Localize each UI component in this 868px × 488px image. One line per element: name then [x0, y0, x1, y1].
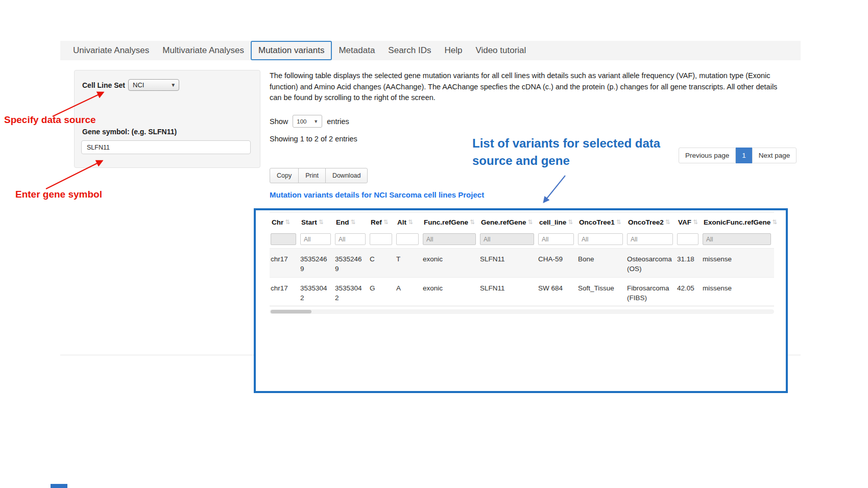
column-header-start[interactable]: Start⇅ — [299, 212, 334, 231]
column-header-ref[interactable]: Ref⇅ — [369, 212, 395, 231]
cell-gene-refgene: SLFN11 — [479, 278, 537, 306]
filter-start[interactable] — [300, 233, 331, 245]
cell-func-refgene: exonic — [422, 278, 479, 306]
tab-multivariate-analyses[interactable]: Multivariate Analyses — [156, 41, 251, 60]
sort-icon[interactable]: ⇅ — [568, 218, 573, 226]
cell-alt: A — [395, 278, 422, 306]
filter-func-refgene[interactable] — [423, 233, 476, 245]
previous-page-button[interactable]: Previous page — [679, 148, 736, 163]
cell-func-refgene: exonic — [422, 249, 479, 277]
cell-chr: chr17 — [270, 278, 299, 306]
sort-icon[interactable]: ⇅ — [772, 218, 777, 226]
show-label: Show — [270, 117, 288, 126]
filter-ref[interactable] — [370, 233, 392, 245]
cell-line-set-value: NCI — [133, 81, 144, 89]
filter-end[interactable] — [335, 233, 366, 245]
download-button[interactable]: Download — [325, 168, 368, 183]
gene-symbol-label: Gene symbol: (e.g. SLFN11) — [82, 128, 177, 136]
controls-panel: Cell Line Set NCI ▼ Gene symbol: (e.g. S… — [74, 70, 260, 168]
tab-video-tutorial[interactable]: Video tutorial — [469, 41, 533, 60]
cell-ref: G — [369, 278, 395, 306]
sort-icon[interactable]: ⇅ — [285, 218, 290, 226]
tab-univariate-analyses[interactable]: Univariate Analyses — [66, 41, 156, 60]
cell-exonicfunc-refgene: missense — [702, 249, 774, 277]
column-header-chr[interactable]: Chr⇅ — [270, 212, 299, 231]
next-page-button[interactable]: Next page — [752, 148, 797, 163]
column-label: ExonicFunc.refGene — [704, 218, 770, 226]
filter-alt[interactable] — [396, 233, 419, 245]
table-row[interactable]: chr17 35353042 35353042 G A exonic SLFN1… — [270, 277, 774, 306]
column-header-gene-refgene[interactable]: Gene.refGene⇅ — [479, 212, 537, 231]
sort-icon[interactable]: ⇅ — [665, 218, 670, 226]
sort-icon[interactable]: ⇅ — [408, 218, 413, 226]
filter-exonicfunc-refgene[interactable] — [703, 233, 771, 245]
scrollbar-thumb[interactable] — [271, 310, 311, 313]
cell-vaf: 42.05 — [676, 278, 702, 306]
column-label: Alt — [397, 218, 406, 226]
cell-vaf: 31.18 — [676, 249, 702, 277]
column-header-oncotree2[interactable]: OncoTree2⇅ — [626, 212, 676, 231]
sort-icon[interactable]: ⇅ — [470, 218, 475, 226]
print-button[interactable]: Print — [298, 168, 326, 183]
cell-end: 35353042 — [334, 278, 369, 306]
filter-chr[interactable] — [271, 233, 296, 245]
gene-symbol-input[interactable] — [81, 140, 251, 154]
filter-oncotree2[interactable] — [627, 233, 673, 245]
filter-vaf[interactable] — [677, 233, 698, 245]
column-label: End — [336, 218, 349, 226]
copy-button[interactable]: Copy — [270, 168, 299, 183]
cell-end: 35352469 — [334, 249, 369, 277]
filter-cell-line[interactable] — [538, 233, 574, 245]
tab-mutation-variants[interactable]: Mutation variants — [251, 41, 332, 60]
variants-table-frame: Chr⇅ Start⇅ End⇅ Ref⇅ Alt⇅ Func.refGene⇅… — [254, 208, 788, 393]
chevron-down-icon: ▼ — [171, 82, 176, 88]
column-header-alt[interactable]: Alt⇅ — [395, 212, 422, 231]
column-label: VAF — [678, 218, 691, 226]
entries-label: entries — [327, 117, 349, 126]
tab-help[interactable]: Help — [438, 41, 469, 60]
column-header-exonicfunc-refgene[interactable]: ExonicFunc.refGene⇅ — [702, 212, 774, 231]
column-header-oncotree1[interactable]: OncoTree1⇅ — [577, 212, 626, 231]
sort-icon[interactable]: ⇅ — [528, 218, 533, 226]
horizontal-scrollbar[interactable] — [270, 309, 774, 314]
column-header-cell-line[interactable]: cell_line⇅ — [537, 212, 577, 231]
sort-icon[interactable]: ⇅ — [351, 218, 356, 226]
annotation-variants-list: List of variants for selected data sourc… — [472, 135, 677, 169]
filter-gene-refgene[interactable] — [480, 233, 534, 245]
page-1-button[interactable]: 1 — [736, 148, 752, 163]
cell-oncotree1: Soft_Tissue — [577, 278, 626, 306]
column-label: cell_line — [539, 218, 566, 226]
table-row[interactable]: chr17 35352469 35352469 C T exonic SLFN1… — [270, 248, 774, 277]
column-label: Func.refGene — [424, 218, 468, 226]
cell-gene-refgene: SLFN11 — [479, 249, 537, 277]
variants-table: Chr⇅ Start⇅ End⇅ Ref⇅ Alt⇅ Func.refGene⇅… — [270, 212, 774, 306]
sort-icon[interactable]: ⇅ — [383, 218, 389, 226]
tab-metadata[interactable]: Metadata — [332, 41, 381, 60]
column-label: OncoTree2 — [628, 218, 664, 226]
page-length-value: 100 — [297, 118, 306, 125]
cell-line-set-label: Cell Line Set — [82, 81, 125, 89]
cell-cell-line: CHA-59 — [537, 249, 577, 277]
cell-ref: C — [369, 249, 395, 277]
page-length-select[interactable]: 100 ▼ — [293, 115, 322, 128]
arrow-variants-list — [544, 176, 565, 202]
sort-icon[interactable]: ⇅ — [319, 218, 324, 226]
column-header-end[interactable]: End⇅ — [334, 212, 369, 231]
column-header-vaf[interactable]: VAF⇅ — [676, 212, 702, 231]
table-header-row: Chr⇅ Start⇅ End⇅ Ref⇅ Alt⇅ Func.refGene⇅… — [270, 212, 774, 231]
pagination: Previous page 1 Next page — [679, 148, 797, 163]
table-title: Mutation variants details for NCI Sarcom… — [270, 190, 484, 199]
cell-oncotree2: Osteosarcoma (OS) — [626, 249, 676, 277]
cell-exonicfunc-refgene: missense — [702, 278, 774, 306]
top-navbar: Univariate Analyses Multivariate Analyse… — [60, 41, 801, 60]
column-label: Chr — [272, 218, 283, 226]
filter-oncotree1[interactable] — [578, 233, 623, 245]
tab-search-ids[interactable]: Search IDs — [381, 41, 438, 60]
cell-start: 35352469 — [299, 249, 334, 277]
sort-icon[interactable]: ⇅ — [616, 218, 621, 226]
sort-icon[interactable]: ⇅ — [693, 218, 698, 226]
column-label: Gene.refGene — [481, 218, 526, 226]
cell-line-set-select[interactable]: NCI ▼ — [128, 79, 179, 91]
column-header-func-refgene[interactable]: Func.refGene⇅ — [422, 212, 479, 231]
showing-entries-info: Showing 1 to 2 of 2 entries — [270, 135, 357, 143]
